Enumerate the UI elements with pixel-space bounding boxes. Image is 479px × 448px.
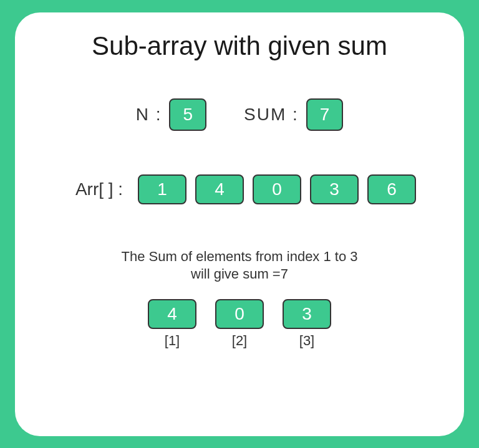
array-element-3: 3 (310, 174, 359, 204)
subarray-value-1: 0 (215, 299, 264, 329)
array-element-2: 0 (253, 174, 301, 204)
subarray-row: 4 [1] 0 [2] 3 [3] (27, 299, 452, 349)
input-row: N : 5 SUM : 7 (27, 98, 452, 131)
subarray-index-0: [1] (165, 333, 180, 349)
n-label: N : (136, 105, 162, 125)
subarray-index-2: [3] (299, 333, 314, 349)
diagram-card: Sub-array with given sum N : 5 SUM : 7 A… (15, 12, 464, 436)
n-value-box: 5 (169, 98, 206, 131)
sum-input-group: SUM : 7 (244, 98, 343, 131)
subarray-value-2: 3 (283, 299, 331, 329)
array-row: Arr[ ] : 1 4 0 3 6 (27, 174, 452, 204)
explanation-line-2: will give sum =7 (27, 265, 452, 284)
array-element-4: 6 (367, 174, 416, 204)
page-title: Sub-array with given sum (27, 31, 452, 61)
explanation-text: The Sum of elements from index 1 to 3 wi… (27, 248, 452, 284)
array-element-0: 1 (138, 174, 186, 204)
subarray-item-2: 3 [3] (283, 299, 331, 349)
explanation-line-1: The Sum of elements from index 1 to 3 (27, 248, 452, 266)
subarray-index-1: [2] (232, 333, 247, 349)
subarray-item-0: 4 [1] (148, 299, 196, 349)
sum-label: SUM : (244, 105, 299, 125)
n-input-group: N : 5 (136, 98, 206, 131)
array-element-1: 4 (195, 174, 244, 204)
sum-value-box: 7 (306, 98, 344, 131)
array-label: Arr[ ] : (75, 179, 123, 199)
subarray-item-1: 0 [2] (215, 299, 264, 349)
subarray-value-0: 4 (148, 299, 196, 329)
